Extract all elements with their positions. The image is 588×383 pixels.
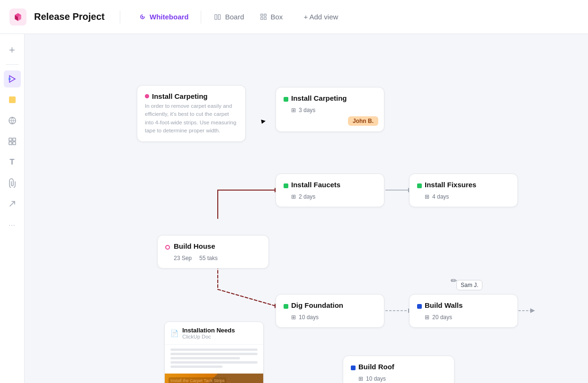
faucets-duration-icon: ⊞	[291, 193, 296, 200]
sidebar-item-play[interactable]	[4, 70, 21, 87]
clip-icon	[9, 178, 16, 188]
sidebar-item-arrow[interactable]	[4, 195, 21, 212]
install-fixsures-card[interactable]: Install Fixsures ⊞ 4 days	[409, 174, 518, 207]
tab-whiteboard-label: Whiteboard	[150, 13, 189, 21]
green-square-icon	[284, 97, 288, 102]
box-icon	[259, 13, 268, 21]
john-b-badge: John B.	[348, 116, 378, 126]
doc-title-block: Installation Needs ClickUp Doc	[182, 327, 235, 339]
svg-marker-22	[530, 308, 535, 313]
sticky-icon	[8, 96, 17, 104]
tab-box[interactable]: Box	[253, 10, 290, 24]
header: Release Project Whiteboard Board	[0, 0, 588, 34]
svg-rect-9	[9, 96, 16, 103]
build-walls-card[interactable]: Build Walls ⊞ 20 days	[409, 294, 518, 328]
sidebar-item-sticky[interactable]	[4, 91, 21, 108]
svg-point-8	[9, 78, 11, 80]
svg-rect-5	[260, 17, 263, 19]
whiteboard-icon	[138, 13, 147, 21]
install-faucets-card[interactable]: Install Faucets ⊞ 2 days	[276, 174, 384, 207]
sidebar-item-clip[interactable]	[4, 174, 21, 192]
doc-header: 📄 Installation Needs ClickUp Doc	[165, 322, 263, 345]
build-house-title: Build House	[174, 242, 215, 250]
doc-image-svg	[165, 374, 263, 383]
svg-point-0	[142, 16, 143, 17]
build-roof-duration: ⊞ 10 days	[351, 375, 446, 382]
globe-icon	[8, 116, 17, 125]
build-walls-title: Build Walls	[425, 301, 463, 309]
install-faucets-title: Install Faucets	[291, 181, 340, 189]
dig-foundation-card[interactable]: Dig Foundation ⊞ 10 days	[276, 294, 384, 328]
doc-icon: 📄	[170, 330, 178, 337]
tab-board[interactable]: Board	[207, 10, 250, 24]
doc-image: Install the Carpet Tack Strips	[165, 374, 263, 383]
fixsures-green-square	[417, 183, 422, 188]
pink-dot	[145, 94, 149, 98]
roof-blue-square	[351, 366, 356, 370]
build-house-tasks: 55 taks	[199, 255, 218, 261]
install-carpeting-desc: In order to remove carpet easily and eff…	[145, 102, 238, 135]
doc-line-2	[170, 353, 258, 355]
doc-title: Installation Needs	[182, 327, 235, 334]
doc-lines	[165, 345, 263, 374]
build-house-circle	[165, 245, 170, 250]
board-icon	[214, 13, 222, 21]
sidebar-item-grid[interactable]	[4, 133, 21, 150]
doc-line-4	[170, 361, 258, 364]
sidebar-item-add[interactable]: +	[4, 42, 21, 59]
svg-rect-2	[218, 14, 221, 19]
sam-j-tag: Sam J.	[456, 280, 482, 290]
install-carpeting-expanded-card[interactable]: Install Carpeting In order to remove car…	[137, 85, 246, 142]
sidebar-item-text[interactable]: T	[4, 154, 21, 171]
doc-subtitle: ClickUp Doc	[182, 334, 235, 339]
header-divider	[120, 10, 120, 24]
svg-rect-1	[215, 14, 217, 19]
install-faucets-duration: ⊞ 2 days	[284, 193, 376, 200]
installation-needs-doc[interactable]: 📄 Installation Needs ClickUp Doc Install…	[164, 322, 264, 383]
install-carpeting-card-title: Install Carpeting	[291, 94, 347, 102]
build-house-card[interactable]: Build House 23 Sep 55 taks	[157, 235, 269, 269]
svg-rect-14	[13, 142, 16, 145]
project-title: Release Project	[34, 11, 105, 22]
add-view-button[interactable]: + Add view	[297, 10, 345, 24]
svg-rect-4	[264, 14, 266, 16]
build-house-header: Build House	[165, 242, 261, 252]
connector-lines	[25, 34, 588, 383]
dig-foundation-title: Dig Foundation	[291, 301, 343, 309]
doc-line-5	[170, 366, 223, 368]
sidebar-item-globe[interactable]	[4, 112, 21, 129]
nav-tabs: Whiteboard Board Box	[132, 10, 289, 24]
dig-foundation-duration: ⊞ 10 days	[284, 314, 376, 321]
svg-rect-3	[260, 14, 263, 16]
build-roof-card[interactable]: Build Roof ⊞ 10 days Andrew K.	[343, 356, 454, 383]
svg-rect-6	[264, 17, 266, 19]
install-fixsures-duration: ⊞ 4 days	[417, 193, 510, 200]
svg-rect-13	[9, 142, 12, 145]
arrow-icon	[8, 200, 17, 208]
dig-foundation-square	[284, 304, 288, 309]
sidebar-item-more[interactable]: ···	[4, 216, 21, 233]
install-fixsures-header: Install Fixsures	[417, 181, 510, 191]
faucets-green-square	[284, 183, 288, 188]
add-view-label: + Add view	[303, 13, 338, 21]
tab-divider	[201, 10, 201, 24]
install-fixsures-title: Install Fixsures	[425, 181, 476, 189]
walls-blue-square	[417, 304, 422, 309]
svg-rect-11	[9, 138, 12, 141]
build-house-meta: 23 Sep 55 taks	[165, 255, 261, 261]
sidebar-divider-1	[6, 64, 19, 65]
svg-rect-12	[13, 138, 16, 141]
install-carpeting-duration: ⊞ 3 days	[284, 107, 376, 113]
tab-board-label: Board	[225, 13, 244, 21]
roof-duration-icon: ⊞	[358, 375, 363, 382]
app-icon	[9, 9, 27, 26]
build-walls-duration: ⊞ 20 days	[417, 314, 510, 321]
dig-foundation-icon: ⊞	[291, 314, 296, 321]
tab-whiteboard[interactable]: Whiteboard	[132, 10, 196, 24]
svg-rect-23	[165, 374, 263, 383]
build-walls-header: Build Walls	[417, 301, 510, 311]
build-roof-header: Build Roof	[351, 363, 446, 373]
sidebar: + T ···	[0, 34, 25, 383]
install-carpeting-card[interactable]: Install Carpeting ⊞ 3 days John B.	[276, 87, 384, 132]
build-roof-title: Build Roof	[358, 363, 394, 371]
